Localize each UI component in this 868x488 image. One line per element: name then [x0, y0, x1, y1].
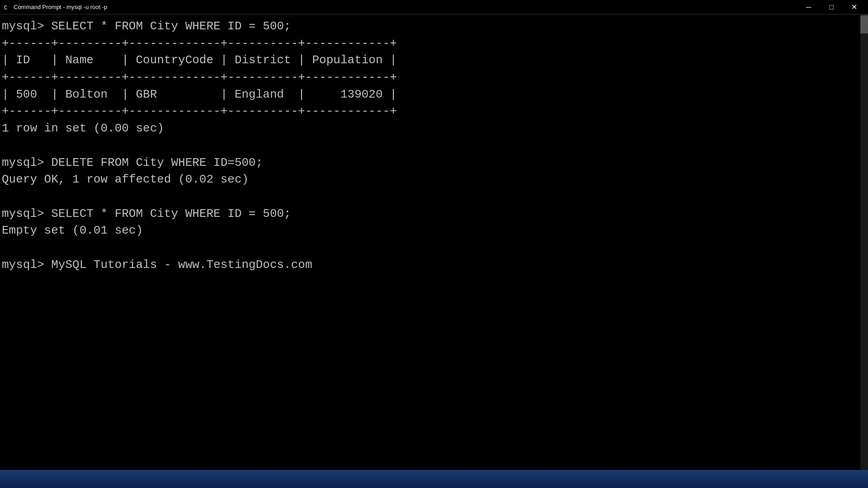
terminal-body[interactable]: mysql> SELECT * FROM City WHERE ID = 500… [0, 14, 868, 470]
minimize-button[interactable]: ─ [798, 0, 819, 14]
window-title: Command Prompt - mysql -u root -p [14, 4, 107, 10]
terminal-icon: C [4, 4, 11, 11]
title-bar-left: C Command Prompt - mysql -u root -p [4, 4, 107, 11]
title-bar: C Command Prompt - mysql -u root -p ─ □ … [0, 0, 868, 14]
svg-text:C: C [4, 5, 7, 11]
window-controls: ─ □ ✕ [798, 0, 864, 14]
scrollbar[interactable] [860, 14, 868, 470]
scrollbar-thumb[interactable] [860, 15, 868, 33]
terminal-output: mysql> SELECT * FROM City WHERE ID = 500… [2, 18, 866, 273]
close-button[interactable]: ✕ [844, 0, 864, 14]
taskbar [0, 470, 868, 488]
command-prompt-window: C Command Prompt - mysql -u root -p ─ □ … [0, 0, 868, 488]
maximize-button[interactable]: □ [821, 0, 842, 14]
